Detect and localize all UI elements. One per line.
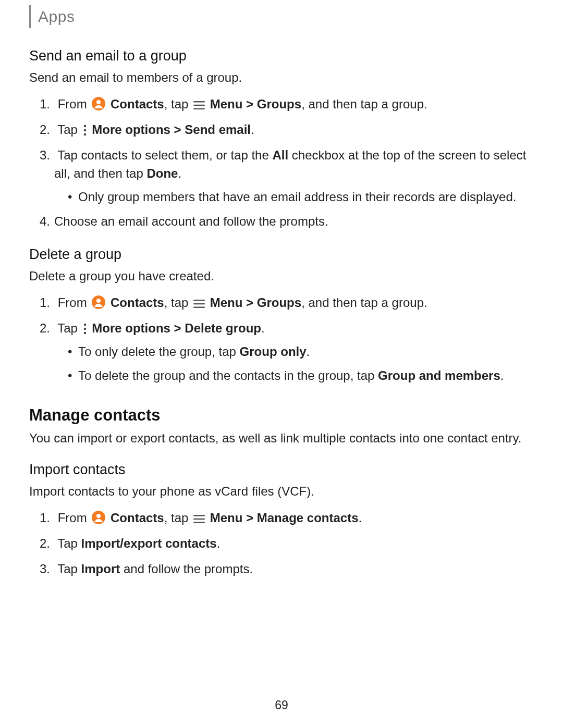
- heading-manage-contacts: Manage contacts: [29, 406, 534, 425]
- svg-rect-20: [193, 522, 205, 523]
- svg-point-14: [83, 328, 86, 330]
- svg-rect-19: [193, 519, 205, 520]
- header-rule: [29, 5, 31, 28]
- steps-import-contacts: From Contacts, tap Menu > Manage contact…: [29, 509, 534, 578]
- step-4: Choose an email account and follow the p…: [29, 213, 534, 231]
- step-2: Tap Import/export contacts.: [29, 535, 534, 553]
- more-options-icon: [83, 323, 87, 335]
- bullet: Only group members that have an email ad…: [54, 188, 534, 206]
- svg-point-13: [83, 324, 86, 326]
- svg-rect-2: [193, 101, 205, 103]
- contacts-icon: [92, 97, 105, 110]
- step-1: From Contacts, tap Menu > Groups, and th…: [29, 95, 534, 114]
- menu-icon: [193, 514, 205, 524]
- menu-icon: [193, 100, 205, 110]
- step-3-bullets: Only group members that have an email ad…: [54, 188, 534, 206]
- svg-rect-11: [193, 303, 205, 305]
- svg-rect-18: [193, 515, 205, 516]
- step-1: From Contacts, tap Menu > Groups, and th…: [29, 294, 534, 312]
- bullet: To only delete the group, tap Group only…: [54, 343, 534, 361]
- svg-rect-3: [193, 105, 205, 106]
- intro-delete-group: Delete a group you have created.: [29, 268, 534, 285]
- step-3: Tap Import and follow the prompts.: [29, 560, 534, 578]
- intro-manage-contacts: You can import or export contacts, as we…: [29, 430, 534, 447]
- menu-icon: [193, 299, 205, 309]
- step-2: Tap More options > Delete group. To only…: [29, 319, 534, 384]
- svg-point-1: [96, 100, 101, 104]
- bullet: To delete the group and the contacts in …: [54, 367, 534, 385]
- heading-send-email-group: Send an email to a group: [29, 48, 534, 64]
- page-header: Apps: [29, 0, 534, 28]
- svg-point-6: [83, 129, 86, 132]
- svg-rect-12: [193, 307, 205, 309]
- svg-point-15: [83, 332, 86, 335]
- contacts-icon: [92, 511, 105, 524]
- intro-import-contacts: Import contacts to your phone as vCard f…: [29, 483, 534, 500]
- svg-rect-4: [193, 108, 205, 110]
- header-title: Apps: [38, 8, 75, 26]
- svg-point-5: [83, 125, 86, 128]
- steps-delete-group: From Contacts, tap Menu > Groups, and th…: [29, 294, 534, 384]
- intro-send-email-group: Send an email to members of a group.: [29, 69, 534, 86]
- heading-delete-group: Delete a group: [29, 246, 534, 263]
- svg-point-7: [83, 133, 86, 136]
- step-1: From Contacts, tap Menu > Manage contact…: [29, 509, 534, 527]
- step-2: Tap More options > Send email.: [29, 121, 534, 139]
- page-number: 69: [0, 698, 563, 712]
- step-2-bullets: To only delete the group, tap Group only…: [54, 343, 534, 384]
- step-3: Tap contacts to select them, or tap the …: [29, 146, 534, 205]
- svg-point-9: [96, 299, 101, 303]
- more-options-icon: [83, 125, 87, 136]
- page: Apps Send an email to a group Send an em…: [0, 0, 563, 728]
- steps-send-email-group: From Contacts, tap Menu > Groups, and th…: [29, 95, 534, 231]
- svg-rect-10: [193, 300, 205, 301]
- svg-point-17: [96, 514, 101, 518]
- contacts-icon: [92, 295, 105, 309]
- heading-import-contacts: Import contacts: [29, 462, 534, 478]
